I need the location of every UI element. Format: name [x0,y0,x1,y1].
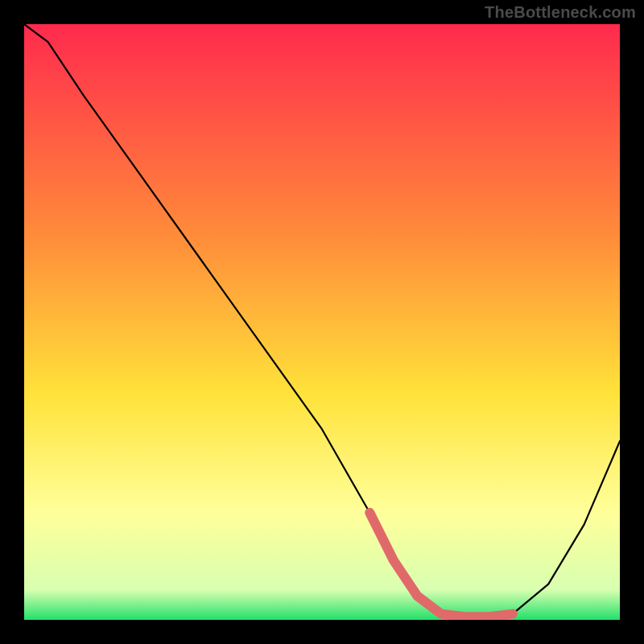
plot-frame [24,24,620,620]
gradient-background [24,24,620,620]
watermark-text: TheBottleneck.com [485,3,636,22]
plot-area [24,24,620,620]
bottleneck-chart [24,24,620,620]
